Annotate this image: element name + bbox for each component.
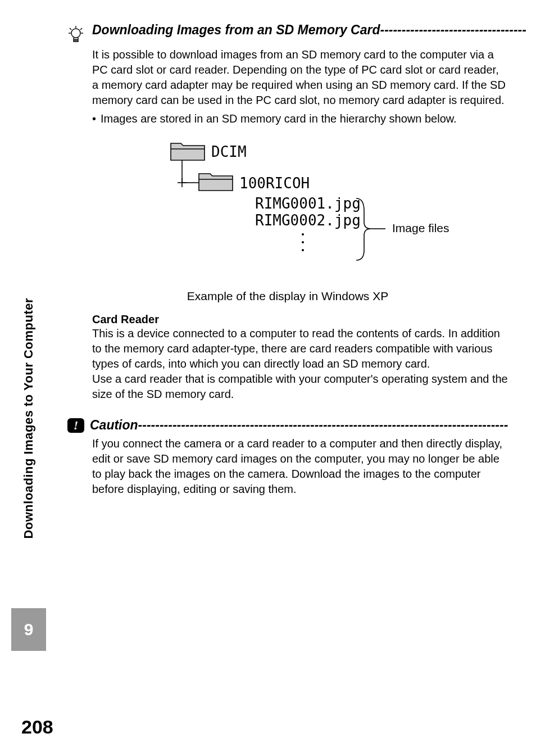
brace-label: Image files xyxy=(392,221,449,234)
svg-line-2 xyxy=(70,28,71,30)
svg-point-0 xyxy=(71,29,80,38)
tip-bullet: Images are stored in an SD memory card i… xyxy=(101,111,457,126)
tip-body: It is possible to download images from a… xyxy=(92,47,508,108)
folder-hierarchy-diagram: DCIM 100RICOH RIMG0001.jpg RIMG0002.jpg … xyxy=(92,138,508,284)
lightbulb-tip-icon xyxy=(67,22,88,47)
heading-dashes: ---------------------------------- xyxy=(380,22,526,37)
caution-icon: ! xyxy=(67,418,84,433)
caution-heading: Caution---------------------------------… xyxy=(90,418,508,433)
diagram-caption: Example of the display in Windows XP xyxy=(67,289,508,303)
tip-heading-text: Downloading Images from an SD Memory Car… xyxy=(92,22,380,37)
card-reader-body2: Use a card reader that is compatible wit… xyxy=(92,372,508,402)
file2-label: RIMG0002.jpg xyxy=(255,212,361,229)
dcim-label: DCIM xyxy=(211,143,247,160)
card-reader-heading: Card Reader xyxy=(92,313,508,326)
sidebar-section-label: Downloading Images to Your Computer xyxy=(21,298,36,539)
caution-dashes: ----------------------------------------… xyxy=(138,418,508,432)
bullet-marker: • xyxy=(92,111,96,126)
chapter-number-tab: 9 xyxy=(11,608,46,651)
subfolder-label: 100RICOH xyxy=(239,175,310,192)
svg-point-12 xyxy=(302,233,304,236)
svg-line-3 xyxy=(80,28,82,30)
caution-body: If you connect the camera or a card read… xyxy=(92,436,508,497)
caution-heading-text: Caution xyxy=(90,418,138,432)
svg-point-13 xyxy=(302,241,304,243)
card-reader-body1: This is a device connected to a computer… xyxy=(92,326,508,372)
svg-point-14 xyxy=(302,249,304,251)
file1-label: RIMG0001.jpg xyxy=(255,195,361,212)
tip-heading: Downloading Images from an SD Memory Car… xyxy=(92,22,526,38)
page-number: 208 xyxy=(21,716,53,738)
